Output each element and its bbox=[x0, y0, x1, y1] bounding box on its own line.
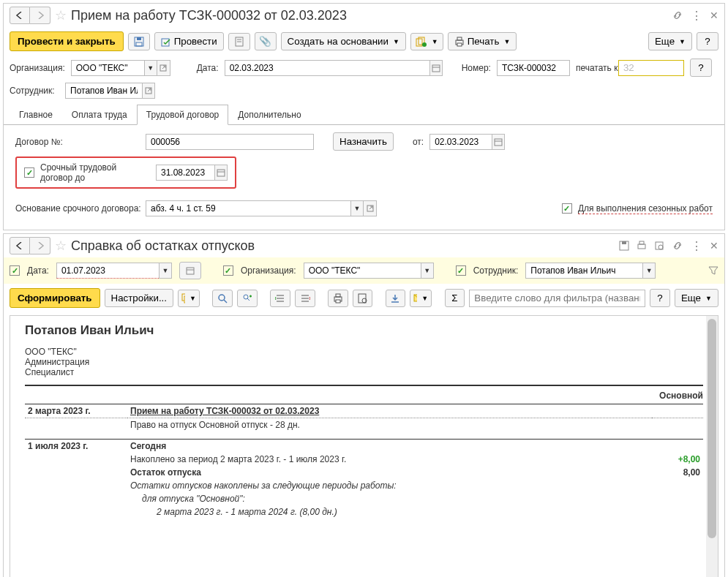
report-employee-name: Потапов Иван Ильич bbox=[25, 323, 703, 338]
favorite-star-icon[interactable]: ☆ bbox=[55, 7, 67, 23]
page-setup-button[interactable] bbox=[353, 290, 373, 307]
sum-button[interactable]: Σ bbox=[445, 289, 465, 307]
filter-icon[interactable] bbox=[708, 265, 718, 276]
chevron-down-icon[interactable]: ▼ bbox=[144, 60, 157, 76]
org-field[interactable]: ▼ bbox=[71, 60, 170, 76]
more-button-report[interactable]: Еще▼ bbox=[675, 289, 718, 307]
save-report-button[interactable] bbox=[386, 290, 406, 307]
rpt-org-field[interactable]: ▼ bbox=[304, 263, 434, 279]
find-button[interactable] bbox=[212, 290, 233, 307]
settings-button[interactable]: Настройки... bbox=[105, 289, 173, 307]
doc-toolbar: Провести и закрыть Провести 📎 Создать на… bbox=[4, 27, 724, 56]
close-icon[interactable]: ✕ bbox=[710, 240, 718, 252]
calendar-icon[interactable] bbox=[492, 134, 505, 150]
favorite-star-icon[interactable]: ☆ bbox=[55, 238, 67, 254]
forward-button[interactable] bbox=[30, 7, 50, 24]
contract-num-field[interactable] bbox=[146, 134, 314, 150]
variants-icon bbox=[181, 293, 185, 303]
mail-report-button[interactable]: ▼ bbox=[410, 290, 432, 307]
report-org: ООО "ТЕКС" bbox=[25, 347, 703, 357]
help-print-as[interactable]: ? bbox=[690, 59, 712, 77]
help-button-report[interactable]: ? bbox=[650, 289, 670, 307]
collapse-button[interactable] bbox=[295, 290, 315, 307]
back-button[interactable] bbox=[10, 7, 30, 24]
close-icon[interactable]: ✕ bbox=[710, 10, 718, 21]
event-doc-link[interactable]: Прием на работу ТСЗК-000032 от 02.03.202… bbox=[130, 406, 319, 416]
open-ref-icon[interactable] bbox=[142, 83, 155, 99]
create-based-button[interactable]: Создать на основании▼ bbox=[281, 32, 406, 50]
chevron-down-icon[interactable]: ▼ bbox=[159, 263, 172, 279]
help-button-top[interactable]: ? bbox=[697, 32, 718, 50]
print-as-field[interactable] bbox=[618, 60, 684, 76]
printer-icon bbox=[333, 293, 343, 303]
employee-field[interactable] bbox=[65, 83, 155, 99]
back-button[interactable] bbox=[10, 237, 30, 254]
run-report-button[interactable]: Сформировать bbox=[10, 288, 100, 308]
tab-extra[interactable]: Дополнительно bbox=[228, 105, 310, 125]
attach-icon-button[interactable]: 📎 bbox=[255, 32, 277, 50]
link-icon[interactable] bbox=[672, 240, 683, 252]
chevron-down-icon[interactable]: ▼ bbox=[350, 200, 364, 216]
collapse-icon bbox=[300, 293, 310, 303]
date-field[interactable] bbox=[225, 60, 443, 76]
copy-icon bbox=[416, 37, 427, 47]
date-check[interactable] bbox=[10, 265, 20, 276]
seasonal-checkbox[interactable] bbox=[562, 203, 572, 214]
post-button[interactable]: Провести bbox=[154, 32, 224, 50]
open-ref-icon[interactable] bbox=[157, 60, 170, 76]
urgent-checkbox[interactable] bbox=[24, 167, 34, 178]
tab-pay[interactable]: Оплата труда bbox=[62, 105, 137, 125]
open-ref-icon[interactable] bbox=[364, 200, 377, 216]
emp-check[interactable] bbox=[456, 265, 466, 276]
org-check[interactable] bbox=[223, 265, 233, 276]
preview-icon[interactable] bbox=[654, 241, 664, 251]
contract-from-field[interactable] bbox=[429, 134, 505, 150]
calendar-icon[interactable] bbox=[429, 60, 443, 76]
rpt-emp-field[interactable]: ▼ bbox=[525, 263, 656, 279]
contract-tab-body: Договор №: Назначить от: Срочный трудово… bbox=[4, 125, 724, 230]
document-icon-button[interactable] bbox=[228, 33, 250, 50]
link-icon[interactable] bbox=[672, 10, 683, 21]
variants-button[interactable]: ▼ bbox=[178, 290, 200, 307]
forward-button[interactable] bbox=[30, 237, 50, 254]
more-menu-icon[interactable]: ⋮ bbox=[691, 9, 702, 23]
copy-doc-button[interactable]: ▼ bbox=[410, 33, 443, 50]
print-button[interactable]: Печать▼ bbox=[448, 32, 517, 50]
assign-button[interactable]: Назначить bbox=[333, 132, 394, 151]
number-field[interactable] bbox=[497, 60, 570, 76]
floppy-icon[interactable] bbox=[619, 241, 629, 251]
mail-icon bbox=[413, 294, 417, 303]
employee-label: Сотрудник: bbox=[10, 86, 59, 96]
tab-main[interactable]: Главное bbox=[10, 105, 62, 125]
printer-icon bbox=[454, 37, 465, 47]
svg-rect-23 bbox=[622, 241, 626, 244]
svg-point-9 bbox=[422, 42, 427, 47]
chevron-down-icon[interactable]: ▼ bbox=[421, 263, 434, 279]
expand-button[interactable] bbox=[270, 290, 290, 307]
basis-field[interactable]: ▼ bbox=[146, 200, 377, 216]
print-report-button[interactable] bbox=[328, 290, 348, 307]
filter-input[interactable] bbox=[469, 290, 645, 307]
find-next-button[interactable] bbox=[237, 290, 258, 307]
search-icon bbox=[217, 293, 228, 303]
rpt-date-field[interactable]: ▼ bbox=[56, 263, 172, 279]
date-label: Дата: bbox=[197, 63, 219, 73]
more-menu-icon[interactable]: ⋮ bbox=[691, 239, 702, 253]
scroll-thumb[interactable] bbox=[708, 319, 716, 538]
floppy-icon bbox=[134, 37, 144, 47]
calendar-button[interactable] bbox=[179, 262, 201, 279]
svg-point-32 bbox=[219, 295, 225, 301]
note1: Остатки отпусков накоплены за следующие … bbox=[127, 479, 652, 492]
more-button-top[interactable]: Еще▼ bbox=[648, 32, 692, 50]
printer-icon[interactable] bbox=[637, 241, 647, 251]
chevron-down-icon[interactable]: ▼ bbox=[642, 263, 656, 279]
seasonal-link[interactable]: Для выполнения сезонных работ bbox=[578, 203, 713, 214]
tab-contract[interactable]: Трудовой договор bbox=[137, 105, 228, 125]
calendar-icon[interactable] bbox=[214, 165, 228, 181]
save-button[interactable] bbox=[128, 33, 150, 50]
post-and-close-button[interactable]: Провести и закрыть bbox=[10, 31, 124, 51]
report-body: Потапов Иван Ильич ООО "ТЕКС" Администра… bbox=[10, 316, 718, 526]
svg-rect-24 bbox=[638, 244, 645, 249]
vertical-scrollbar[interactable] bbox=[706, 316, 718, 577]
urgent-date-field[interactable] bbox=[156, 165, 228, 181]
